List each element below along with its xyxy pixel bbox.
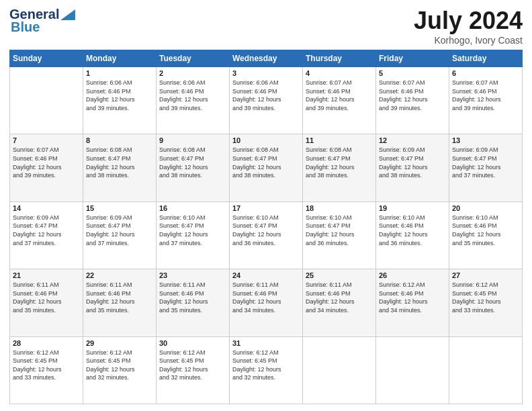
day-cell: 24Sunrise: 6:11 AMSunset: 6:46 PMDayligh… — [230, 269, 303, 336]
day-number: 6 — [452, 69, 519, 77]
day-info: Sunrise: 6:11 AMSunset: 6:46 PMDaylight:… — [86, 281, 153, 314]
day-info: Sunrise: 6:12 AMSunset: 6:45 PMDaylight:… — [452, 281, 519, 314]
day-cell: 11Sunrise: 6:08 AMSunset: 6:47 PMDayligh… — [303, 134, 376, 201]
day-cell: 27Sunrise: 6:12 AMSunset: 6:45 PMDayligh… — [449, 269, 523, 336]
day-number: 23 — [159, 271, 226, 279]
day-number: 7 — [13, 136, 80, 144]
col-header-friday: Friday — [376, 50, 449, 67]
day-info: Sunrise: 6:11 AMSunset: 6:46 PMDaylight:… — [232, 281, 300, 314]
day-info: Sunrise: 6:08 AMSunset: 6:47 PMDaylight:… — [232, 146, 300, 179]
day-number: 15 — [86, 204, 153, 212]
header: General Blue July 2024 Korhogo, Ivory Co… — [9, 7, 523, 46]
day-cell: 23Sunrise: 6:11 AMSunset: 6:46 PMDayligh… — [157, 269, 230, 336]
day-number: 10 — [232, 136, 300, 144]
day-cell: 8Sunrise: 6:08 AMSunset: 6:47 PMDaylight… — [83, 134, 157, 201]
day-cell: 5Sunrise: 6:07 AMSunset: 6:46 PMDaylight… — [376, 67, 449, 134]
day-cell: 3Sunrise: 6:06 AMSunset: 6:46 PMDaylight… — [230, 67, 303, 134]
day-number: 22 — [86, 271, 153, 279]
week-row-3: 14Sunrise: 6:09 AMSunset: 6:47 PMDayligh… — [10, 201, 523, 269]
col-header-monday: Monday — [83, 50, 157, 67]
day-cell: 16Sunrise: 6:10 AMSunset: 6:47 PMDayligh… — [157, 201, 230, 269]
day-cell: 30Sunrise: 6:12 AMSunset: 6:45 PMDayligh… — [157, 336, 230, 404]
day-number: 4 — [306, 69, 373, 77]
day-info: Sunrise: 6:07 AMSunset: 6:46 PMDaylight:… — [13, 146, 80, 179]
day-cell: 31Sunrise: 6:12 AMSunset: 6:45 PMDayligh… — [230, 336, 303, 404]
day-info: Sunrise: 6:10 AMSunset: 6:47 PMDaylight:… — [306, 214, 373, 247]
day-cell: 28Sunrise: 6:12 AMSunset: 6:45 PMDayligh… — [10, 336, 83, 404]
logo: General Blue — [9, 7, 75, 35]
day-info: Sunrise: 6:12 AMSunset: 6:45 PMDaylight:… — [86, 349, 153, 382]
main-title: July 2024 — [414, 7, 523, 35]
day-info: Sunrise: 6:08 AMSunset: 6:47 PMDaylight:… — [306, 146, 373, 179]
day-info: Sunrise: 6:09 AMSunset: 6:47 PMDaylight:… — [452, 146, 519, 179]
day-cell: 6Sunrise: 6:07 AMSunset: 6:46 PMDaylight… — [449, 67, 523, 134]
day-info: Sunrise: 6:07 AMSunset: 6:46 PMDaylight:… — [379, 79, 446, 112]
day-number: 19 — [379, 204, 446, 212]
day-cell: 15Sunrise: 6:09 AMSunset: 6:47 PMDayligh… — [83, 201, 157, 269]
day-number: 16 — [159, 204, 226, 212]
day-cell: 12Sunrise: 6:09 AMSunset: 6:47 PMDayligh… — [376, 134, 449, 201]
day-number: 14 — [13, 204, 80, 212]
day-number: 26 — [379, 271, 446, 279]
day-cell: 18Sunrise: 6:10 AMSunset: 6:47 PMDayligh… — [303, 201, 376, 269]
day-cell: 22Sunrise: 6:11 AMSunset: 6:46 PMDayligh… — [83, 269, 157, 336]
day-info: Sunrise: 6:08 AMSunset: 6:47 PMDaylight:… — [159, 146, 226, 179]
day-number: 27 — [452, 271, 519, 279]
day-info: Sunrise: 6:11 AMSunset: 6:46 PMDaylight:… — [13, 281, 80, 314]
week-row-4: 21Sunrise: 6:11 AMSunset: 6:46 PMDayligh… — [10, 269, 523, 336]
day-cell: 14Sunrise: 6:09 AMSunset: 6:47 PMDayligh… — [10, 201, 83, 269]
day-info: Sunrise: 6:10 AMSunset: 6:47 PMDaylight:… — [159, 214, 226, 247]
day-number: 28 — [13, 339, 80, 347]
day-cell: 29Sunrise: 6:12 AMSunset: 6:45 PMDayligh… — [83, 336, 157, 404]
day-info: Sunrise: 6:09 AMSunset: 6:47 PMDaylight:… — [379, 146, 446, 179]
subtitle: Korhogo, Ivory Coast — [414, 35, 523, 46]
day-cell: 19Sunrise: 6:10 AMSunset: 6:46 PMDayligh… — [376, 201, 449, 269]
day-info: Sunrise: 6:11 AMSunset: 6:46 PMDaylight:… — [306, 281, 373, 314]
day-info: Sunrise: 6:12 AMSunset: 6:45 PMDaylight:… — [13, 349, 80, 382]
logo-icon — [60, 9, 75, 20]
week-row-2: 7Sunrise: 6:07 AMSunset: 6:46 PMDaylight… — [10, 134, 523, 201]
day-number: 3 — [232, 69, 300, 77]
day-number: 9 — [159, 136, 226, 144]
day-number: 30 — [159, 339, 226, 347]
day-cell: 17Sunrise: 6:10 AMSunset: 6:47 PMDayligh… — [230, 201, 303, 269]
day-cell: 7Sunrise: 6:07 AMSunset: 6:46 PMDaylight… — [10, 134, 83, 201]
day-info: Sunrise: 6:12 AMSunset: 6:45 PMDaylight:… — [159, 349, 226, 382]
day-cell: 2Sunrise: 6:06 AMSunset: 6:46 PMDaylight… — [157, 67, 230, 134]
calendar-table: SundayMondayTuesdayWednesdayThursdayFrid… — [9, 50, 523, 404]
day-number: 25 — [306, 271, 373, 279]
day-cell — [303, 336, 376, 404]
day-number: 1 — [86, 69, 153, 77]
logo-blue: Blue — [9, 19, 40, 35]
day-info: Sunrise: 6:12 AMSunset: 6:46 PMDaylight:… — [379, 281, 446, 314]
header-row: SundayMondayTuesdayWednesdayThursdayFrid… — [10, 50, 523, 67]
day-info: Sunrise: 6:11 AMSunset: 6:46 PMDaylight:… — [159, 281, 226, 314]
day-cell: 4Sunrise: 6:07 AMSunset: 6:46 PMDaylight… — [303, 67, 376, 134]
col-header-tuesday: Tuesday — [157, 50, 230, 67]
col-header-thursday: Thursday — [303, 50, 376, 67]
svg-marker-0 — [60, 9, 75, 20]
day-number: 24 — [232, 271, 300, 279]
col-header-saturday: Saturday — [449, 50, 523, 67]
day-info: Sunrise: 6:07 AMSunset: 6:46 PMDaylight:… — [452, 79, 519, 112]
day-number: 31 — [232, 339, 300, 347]
day-number: 8 — [86, 136, 153, 144]
week-row-5: 28Sunrise: 6:12 AMSunset: 6:45 PMDayligh… — [10, 336, 523, 404]
day-number: 2 — [159, 69, 226, 77]
day-info: Sunrise: 6:09 AMSunset: 6:47 PMDaylight:… — [13, 214, 80, 247]
day-cell: 10Sunrise: 6:08 AMSunset: 6:47 PMDayligh… — [230, 134, 303, 201]
day-info: Sunrise: 6:10 AMSunset: 6:47 PMDaylight:… — [232, 214, 300, 247]
week-row-1: 1Sunrise: 6:06 AMSunset: 6:46 PMDaylight… — [10, 67, 523, 134]
day-cell — [376, 336, 449, 404]
day-cell: 13Sunrise: 6:09 AMSunset: 6:47 PMDayligh… — [449, 134, 523, 201]
day-number: 29 — [86, 339, 153, 347]
col-header-wednesday: Wednesday — [230, 50, 303, 67]
day-info: Sunrise: 6:09 AMSunset: 6:47 PMDaylight:… — [86, 214, 153, 247]
col-header-sunday: Sunday — [10, 50, 83, 67]
day-cell: 20Sunrise: 6:10 AMSunset: 6:46 PMDayligh… — [449, 201, 523, 269]
day-cell: 25Sunrise: 6:11 AMSunset: 6:46 PMDayligh… — [303, 269, 376, 336]
day-number: 11 — [306, 136, 373, 144]
day-info: Sunrise: 6:06 AMSunset: 6:46 PMDaylight:… — [86, 79, 153, 112]
day-cell — [449, 336, 523, 404]
day-info: Sunrise: 6:10 AMSunset: 6:46 PMDaylight:… — [379, 214, 446, 247]
